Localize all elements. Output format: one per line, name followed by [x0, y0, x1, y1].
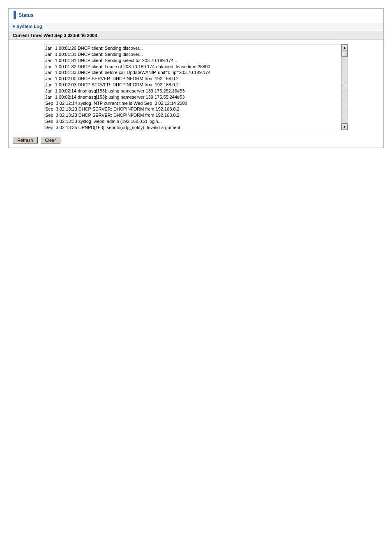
refresh-button[interactable]: Refresh	[13, 137, 38, 143]
tab-indicator	[14, 11, 16, 19]
current-time-label: Current Time:	[13, 33, 42, 38]
clear-button[interactable]: Clear	[41, 137, 60, 143]
current-time-row: Current Time: Wed Sep 3 02:59:46 2008	[9, 31, 383, 40]
scroll-track[interactable]	[341, 51, 348, 123]
button-row: Refresh Clear	[9, 134, 383, 148]
status-title: Status	[18, 12, 34, 18]
log-wrapper: ▲ ▼	[44, 44, 348, 130]
status-tab[interactable]: Status	[9, 9, 39, 22]
log-area: ▲ ▼	[9, 40, 383, 134]
system-log-section-header[interactable]: ▾System Log	[9, 22, 383, 31]
scroll-thumb[interactable]	[341, 51, 348, 57]
scroll-up-icon[interactable]: ▲	[341, 44, 348, 51]
scrollbar[interactable]: ▲ ▼	[341, 44, 348, 130]
current-time-value: Wed Sep 3 02:59:46 2008	[44, 33, 97, 38]
system-log-label: System Log	[16, 24, 42, 29]
status-panel: Status ▾System Log Current Time: Wed Sep…	[8, 8, 384, 148]
scroll-down-icon[interactable]: ▼	[341, 123, 348, 130]
panel-header: Status	[9, 9, 383, 22]
caret-down-icon: ▾	[13, 24, 15, 29]
log-textarea[interactable]	[44, 44, 341, 130]
